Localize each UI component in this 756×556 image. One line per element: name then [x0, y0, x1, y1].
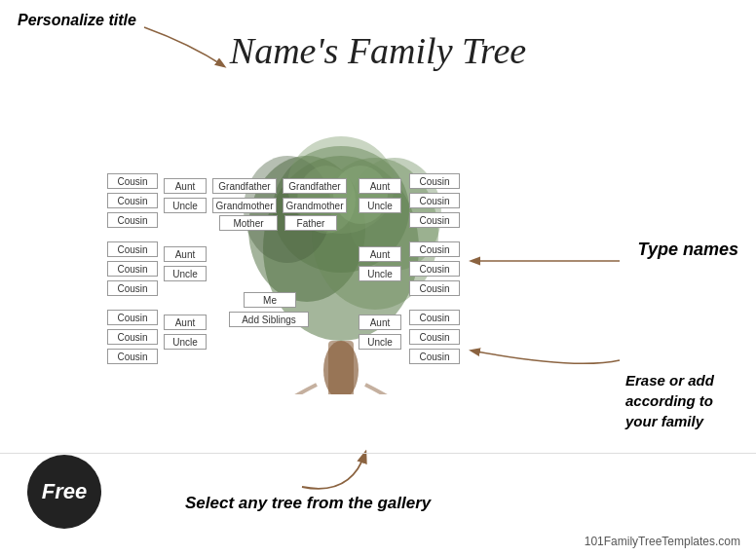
- svg-point-10: [333, 166, 388, 224]
- right-cousin-2-2[interactable]: Cousin: [409, 261, 460, 277]
- left-cousin-3-1[interactable]: Cousin: [107, 310, 158, 325]
- left-aunt-2[interactable]: Aunt: [164, 246, 207, 262]
- website-label: 101FamilyTreeTemplates.com: [585, 535, 740, 548]
- free-text: Free: [42, 479, 87, 504]
- right-aunt-3[interactable]: Aunt: [359, 315, 401, 330]
- left-uncle-2[interactable]: Uncle: [164, 266, 207, 281]
- left-aunt-3[interactable]: Aunt: [164, 315, 207, 330]
- left-cousin-2-1[interactable]: Cousin: [107, 241, 158, 257]
- grandfather-right[interactable]: Grandfather: [283, 178, 347, 194]
- svg-rect-1: [328, 341, 354, 394]
- select-label: Select any tree from the gallery: [185, 492, 431, 515]
- right-cousin-3-1[interactable]: Cousin: [409, 310, 460, 325]
- right-uncle-3[interactable]: Uncle: [359, 334, 401, 350]
- siblings-box[interactable]: Add Siblings: [229, 312, 309, 327]
- type-names-label: Type names: [638, 239, 738, 261]
- free-badge: Free: [27, 455, 101, 529]
- right-cousin-1-1[interactable]: Cousin: [409, 173, 460, 189]
- left-aunt-1[interactable]: Aunt: [164, 178, 207, 194]
- left-uncle-3[interactable]: Uncle: [164, 334, 207, 350]
- grandfather-left[interactable]: Grandfather: [212, 178, 277, 194]
- left-cousin-2-2[interactable]: Cousin: [107, 261, 158, 277]
- erase-label: Erase or add according to your family: [625, 370, 742, 431]
- right-cousin-1-3[interactable]: Cousin: [409, 212, 460, 228]
- grandmother-left[interactable]: Grandmother: [212, 198, 277, 213]
- father-box[interactable]: Father: [284, 215, 337, 231]
- family-tree-title: Name's Family Tree: [230, 29, 526, 72]
- bottom-divider: [0, 453, 756, 454]
- left-cousin-1-1[interactable]: Cousin: [107, 173, 158, 189]
- right-cousin-3-2[interactable]: Cousin: [409, 329, 460, 345]
- left-cousin-2-3[interactable]: Cousin: [107, 280, 158, 296]
- right-cousin-3-3[interactable]: Cousin: [409, 349, 460, 364]
- personalize-label: Personalize title: [18, 12, 136, 29]
- right-cousin-2-3[interactable]: Cousin: [409, 280, 460, 296]
- mother-box[interactable]: Mother: [219, 215, 278, 231]
- grandmother-right[interactable]: Grandmother: [283, 198, 347, 213]
- right-uncle-2[interactable]: Uncle: [359, 198, 401, 213]
- right-cousin-2-1[interactable]: Cousin: [409, 241, 460, 257]
- left-cousin-1-3[interactable]: Cousin: [107, 212, 158, 228]
- left-cousin-1-2[interactable]: Cousin: [107, 193, 158, 208]
- me-box[interactable]: Me: [244, 292, 296, 308]
- left-uncle-1[interactable]: Uncle: [164, 198, 207, 213]
- main-container: Personalize title Name's Family Tree Cou…: [0, 0, 756, 556]
- right-aunt-2[interactable]: Aunt: [359, 178, 401, 194]
- right-aunt-1[interactable]: Aunt: [359, 246, 401, 262]
- left-cousin-3-2[interactable]: Cousin: [107, 329, 158, 345]
- right-uncle-1[interactable]: Uncle: [359, 266, 401, 281]
- right-cousin-1-2[interactable]: Cousin: [409, 193, 460, 208]
- left-cousin-3-3[interactable]: Cousin: [107, 349, 158, 364]
